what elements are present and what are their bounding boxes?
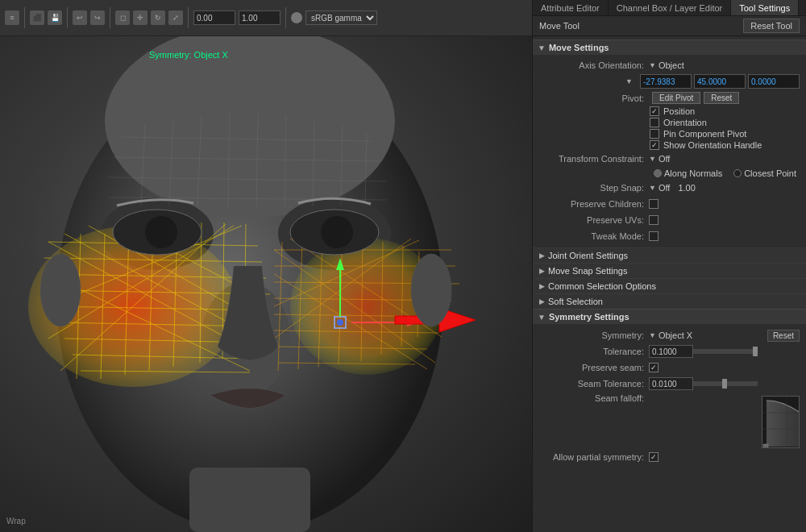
num-input-2[interactable]: 45.0000 [694, 74, 746, 89]
num-input-1[interactable]: -27.9383 [640, 74, 692, 89]
sym-dropdown-arrow: ▼ [649, 331, 656, 339]
common-selection-label: Common Selection Options [548, 281, 656, 291]
preserve-uvs-label: Preserve UVs: [539, 215, 644, 225]
undo-icon[interactable]: ↩ [73, 10, 87, 25]
position-label: Position [663, 106, 695, 116]
pin-component-check-row: Pin Component Pivot [533, 128, 806, 139]
coord-y-input[interactable]: 1.00 [239, 10, 280, 25]
orientation-label: Orientation [663, 118, 707, 127]
tweak-mode-row: Tweak Mode: [533, 228, 806, 244]
normals-radio-row: Along Normals Closest Point [533, 167, 806, 180]
panel-content[interactable]: ▼ Move Settings Axis Orientation: ▼ Obje… [533, 36, 806, 532]
symmetry-settings-title: Symmetry Settings [549, 312, 629, 322]
common-selection-arrow: ▶ [539, 282, 545, 290]
normals-radio-group: Along Normals Closest Point [654, 168, 796, 178]
soft-selection-section[interactable]: ▶ Soft Selection [533, 293, 806, 309]
tweak-mode-checkbox[interactable] [649, 231, 659, 241]
orientation-check-row: Orientation [533, 117, 806, 128]
viewport[interactable]: ≡ ⬛ 💾 ↩ ↪ ◻ ✛ ↻ ⤢ 0.00 1.00 sRGB gamma S… [0, 0, 532, 532]
allow-partial-label: Allow partial symmetry: [539, 452, 644, 462]
edit-pivot-button[interactable]: Edit Pivot [652, 92, 700, 104]
seam-falloff-label: Seam falloff: [539, 393, 644, 403]
menu-icon[interactable]: ≡ [5, 10, 19, 25]
preserve-children-checkbox[interactable] [649, 199, 659, 209]
pivot-reset-button[interactable]: Reset [704, 92, 739, 104]
move-settings-header[interactable]: ▼ Move Settings [533, 39, 806, 55]
tab-attribute-editor[interactable]: Attribute Editor [533, 0, 609, 15]
preserve-seam-checkbox[interactable] [649, 363, 659, 372]
move-snap-arrow: ▶ [539, 267, 545, 275]
num-input-3[interactable]: 0.0000 [748, 74, 800, 89]
axis-orientation-label: Axis Orientation: [539, 60, 644, 70]
seam-tolerance-input[interactable]: 0.0100 [649, 377, 693, 390]
joint-orient-section[interactable]: ▶ Joint Orient Settings [533, 247, 806, 263]
move-tool-label: Move Tool [539, 21, 580, 31]
tab-channel-box[interactable]: Channel Box / Layer Editor [609, 0, 731, 15]
common-selection-section[interactable]: ▶ Common Selection Options [533, 278, 806, 293]
seam-tolerance-slider[interactable] [693, 381, 758, 386]
axis-orientation-row: Axis Orientation: ▼ Object [533, 58, 806, 73]
pin-component-label: Pin Component Pivot [663, 129, 746, 139]
pin-component-checkbox[interactable] [650, 129, 659, 139]
symmetry-settings-body: Symmetry: ▼ Object X Reset Tolerance: 0.… [533, 324, 806, 468]
num-inputs-row: ▼ -27.9383 45.0000 0.0000 [533, 73, 806, 90]
symmetry-settings-arrow: ▼ [538, 313, 546, 322]
joint-orient-label: Joint Orient Settings [548, 251, 628, 260]
position-checkbox[interactable] [650, 106, 659, 116]
scale-icon[interactable]: ⤢ [168, 10, 183, 25]
ss-dropdown-arrow: ▼ [649, 184, 656, 192]
select-icon[interactable]: ◻ [115, 10, 130, 25]
toolbar-sep2 [67, 7, 68, 28]
step-snap-value: Off [659, 183, 670, 193]
along-normals-label: Along Normals [664, 168, 722, 178]
tolerance-slider[interactable] [693, 349, 758, 354]
move-settings-title: Move Settings [549, 43, 609, 52]
svg-point-56 [145, 216, 177, 248]
symmetry-settings-header[interactable]: ▼ Symmetry Settings [533, 309, 806, 324]
file-icon[interactable]: ⬛ [30, 10, 44, 25]
preserve-children-label: Preserve Children: [539, 199, 644, 209]
along-normals-radio[interactable]: Along Normals [654, 168, 722, 178]
num-inputs: -27.9383 45.0000 0.0000 [640, 74, 800, 89]
move-snap-section[interactable]: ▶ Move Snap Settings [533, 263, 806, 278]
allow-partial-checkbox[interactable] [649, 452, 659, 462]
step-snap-label: Step Snap: [539, 183, 644, 193]
closest-point-radio[interactable]: Closest Point [733, 168, 796, 178]
symmetry-label: Symmetry: Object X [149, 50, 228, 60]
tab-tool-settings[interactable]: Tool Settings [731, 0, 799, 15]
symmetry-reset-button[interactable]: Reset [767, 330, 800, 342]
redo-icon[interactable]: ↪ [90, 10, 105, 25]
toolbar-sep5 [285, 7, 286, 28]
move-settings-body: Axis Orientation: ▼ Object ▼ -27.9383 45… [533, 55, 806, 247]
svg-rect-5 [189, 468, 310, 532]
transform-constraint-label: Transform Constraint: [539, 154, 644, 164]
move-snap-label: Move Snap Settings [548, 266, 627, 276]
reset-tool-button[interactable]: Reset Tool [743, 19, 800, 33]
symmetry-row: Symmetry: ▼ Object X Reset [533, 327, 806, 343]
preserve-children-row: Preserve Children: [533, 196, 806, 212]
step-snap-row: Step Snap: ▼ Off 1.00 [533, 180, 806, 196]
coord-x-input[interactable]: 0.00 [193, 10, 235, 25]
tolerance-input[interactable]: 0.1000 [649, 345, 693, 358]
svg-rect-86 [763, 444, 768, 448]
falloff-svg [762, 397, 800, 448]
show-orientation-checkbox[interactable] [650, 140, 659, 150]
move-settings-arrow: ▼ [538, 44, 546, 52]
symmetry-field-value: Object X [659, 330, 692, 340]
orientation-checkbox[interactable] [650, 118, 659, 127]
soft-selection-arrow: ▶ [539, 297, 545, 305]
tolerance-row: Tolerance: 0.1000 [533, 343, 806, 360]
preserve-uvs-checkbox[interactable] [649, 215, 659, 225]
color-space-dropdown[interactable]: sRGB gamma [305, 10, 377, 25]
move-icon[interactable]: ✛ [133, 10, 147, 25]
joint-orient-arrow: ▶ [539, 251, 545, 260]
svg-point-1 [105, 24, 395, 218]
tab-bar: Attribute Editor Channel Box / Layer Edi… [533, 0, 806, 16]
save-icon[interactable]: 💾 [48, 10, 62, 25]
color-circle [291, 12, 302, 23]
preserve-seam-label: Preserve seam: [539, 363, 644, 372]
move-tool-bar: Move Tool Reset Tool [533, 16, 806, 36]
rotate-icon[interactable]: ↻ [151, 10, 165, 25]
pivot-row: Pivot: Edit Pivot Reset [533, 90, 806, 106]
axis-orientation-value: Object [659, 60, 684, 70]
